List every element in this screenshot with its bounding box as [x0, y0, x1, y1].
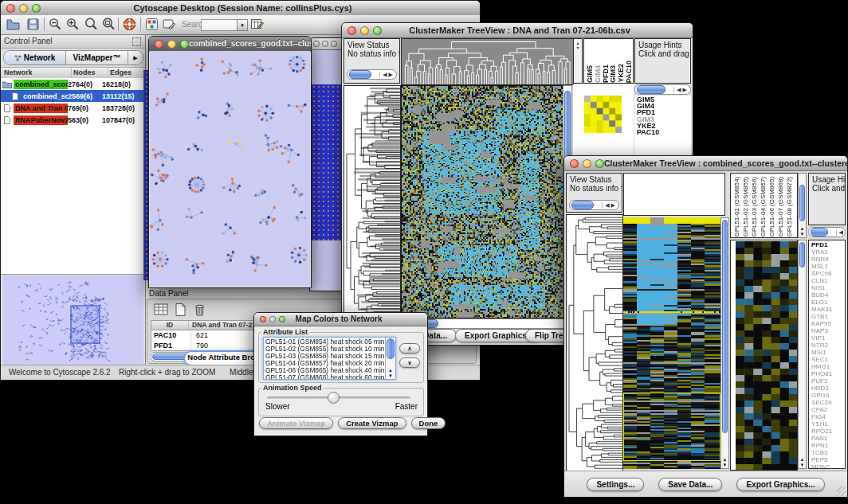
- zoom-fit-icon[interactable]: [102, 18, 116, 31]
- search-dropdown-arrow[interactable]: ▾: [237, 19, 248, 31]
- gene-label[interactable]: PAN1: [811, 435, 845, 442]
- new-page-icon[interactable]: [173, 303, 188, 317]
- minimize-button[interactable]: [19, 4, 28, 13]
- vizmapper-icon[interactable]: [145, 18, 159, 31]
- zoom-button[interactable]: [595, 159, 604, 168]
- column-label[interactable]: GPL51-06 (GSM865): [768, 177, 777, 237]
- gene-label[interactable]: MSL1: [811, 263, 845, 270]
- close-button[interactable]: [6, 4, 15, 13]
- column-label[interactable]: GPL51-07 (GSM868): [777, 177, 786, 237]
- gene-label[interactable]: CLN1: [811, 277, 845, 284]
- tab-network[interactable]: Network: [4, 51, 66, 64]
- treeview2-genelist-vscrollbar[interactable]: ▲▼: [798, 240, 807, 469]
- select-attributes-icon[interactable]: [154, 303, 169, 317]
- collabel-vscroll-thumb[interactable]: [799, 185, 805, 221]
- gene-label[interactable]: HMG1: [811, 363, 845, 370]
- gene-label[interactable]: VIP1: [811, 334, 845, 342]
- attribute-list-item[interactable]: GPL51-06 (GSM865) heat shock 40 min: [265, 367, 395, 374]
- zoom-out-icon[interactable]: [49, 18, 62, 31]
- column-label[interactable]: GPL51-08 (GSM872): [786, 177, 795, 237]
- treeview2-vscrollbar[interactable]: ▲▼: [720, 217, 729, 469]
- main-title-bar[interactable]: Cytoscape Desktop (Session Name: collins…: [1, 1, 480, 16]
- close-button[interactable]: [347, 26, 356, 35]
- attribute-list-item[interactable]: GPL51-04 (GSM857) heat shock 20 min: [265, 360, 395, 367]
- treeview1-row-dendrogram[interactable]: [344, 85, 401, 318]
- treeview1-cluster-matrix[interactable]: [584, 96, 622, 133]
- zoom-button[interactable]: [180, 40, 189, 49]
- zoom-button[interactable]: [331, 41, 337, 47]
- view-status-hscrollbar[interactable]: ◀▶: [347, 69, 397, 80]
- column-label[interactable]: GPL51-01 (GSM854): [733, 177, 742, 237]
- birdseye-view[interactable]: [2, 275, 143, 365]
- network-table-row[interactable]: combined_sco2569(6)13112(15): [1, 90, 145, 102]
- network-table-row[interactable]: DNA and Tran 07769(0)183728(0): [1, 102, 145, 114]
- minimize-button[interactable]: [269, 316, 276, 322]
- treeview2-vscroll-thumb[interactable]: [722, 220, 728, 433]
- minimize-button[interactable]: [360, 26, 369, 35]
- close-button[interactable]: [570, 159, 579, 168]
- close-button[interactable]: [260, 316, 266, 322]
- gene-label[interactable]: PFD1: [811, 241, 845, 248]
- zoom-button[interactable]: [32, 4, 41, 13]
- tab-vizmapper[interactable]: VizMapper™: [66, 51, 128, 64]
- gene-label[interactable]: BUD4: [811, 291, 845, 299]
- attribute-list-item[interactable]: GPL51-07 (GSM868) heat shock 60 min: [265, 374, 395, 380]
- float-panel-icon[interactable]: [132, 37, 141, 46]
- gene-label[interactable]: NIS1: [811, 284, 845, 291]
- attribute-list-vscrollbar[interactable]: ▲▼: [385, 338, 395, 379]
- treeview1-scroll-strip[interactable]: ▴▾: [573, 38, 583, 84]
- column-label[interactable]: GPL51-03 (GSM856): [751, 177, 760, 237]
- create-vizmapbutton[interactable]: Create Vizmap: [338, 417, 406, 429]
- dense-network-canvas[interactable]: [312, 84, 344, 240]
- treeview1-heatmap[interactable]: [401, 85, 564, 318]
- network-graph-canvas[interactable]: [150, 51, 310, 287]
- gene-label[interactable]: SEC1: [811, 356, 845, 363]
- column-label[interactable]: PAC10: [625, 61, 633, 83]
- gene-label[interactable]: NTR2: [811, 342, 845, 349]
- attribute-editor-icon[interactable]: [250, 18, 264, 31]
- gene-label[interactable]: SPC98: [811, 270, 845, 277]
- annotation-icon[interactable]: [162, 18, 175, 31]
- attribute-list-item[interactable]: GPL51-03 (GSM856) heat shock 15 min: [265, 353, 395, 360]
- close-button[interactable]: [313, 41, 320, 47]
- usage-hints-hscrollbar[interactable]: ◀▶: [634, 84, 691, 95]
- gene-label[interactable]: YSH1: [811, 420, 845, 428]
- column-label[interactable]: GPL51-02 (GSM855): [742, 177, 751, 237]
- gene-label[interactable]: PUF3: [811, 377, 845, 385]
- column-label[interactable]: GIM5: [586, 65, 594, 83]
- column-label[interactable]: PFD1: [602, 64, 610, 83]
- gene-label[interactable]: MSI1: [811, 349, 845, 356]
- speed-slider-thumb[interactable]: [328, 392, 340, 404]
- gene-label[interactable]: KAP95: [811, 320, 845, 327]
- column-label[interactable]: GIM4: [594, 65, 602, 83]
- minimize-button[interactable]: [322, 41, 328, 47]
- scroll-arrows[interactable]: ▲▼: [721, 457, 728, 468]
- network-table-row[interactable]: RNAPuberNov2+|563(0)107847(0): [1, 114, 145, 126]
- resize-grip[interactable]: [837, 486, 846, 496]
- gene-label[interactable]: GPI16: [811, 392, 845, 399]
- gene-label[interactable]: PEP5: [811, 456, 845, 463]
- gene-label[interactable]: RNR4: [811, 256, 845, 263]
- gene-label[interactable]: MAK31: [811, 306, 845, 313]
- scroll-arrows[interactable]: ▲▼: [799, 226, 806, 237]
- column-label[interactable]: GIM3: [609, 65, 617, 83]
- move-up-button[interactable]: ∧: [399, 343, 420, 354]
- zoom-button[interactable]: [373, 26, 382, 35]
- gene-label[interactable]: MON2: [811, 463, 845, 469]
- row-label[interactable]: PAC10: [637, 129, 691, 135]
- treeview1-title-bar[interactable]: ClusterMaker TreeView : DNA and Tran 07-…: [342, 23, 693, 38]
- move-down-button[interactable]: ∨: [399, 357, 420, 368]
- treeview2-row-dendrogram[interactable]: [566, 214, 623, 472]
- open-file-icon[interactable]: [6, 18, 20, 31]
- gene-label[interactable]: FIG4: [811, 413, 845, 420]
- minimize-button[interactable]: [583, 159, 591, 168]
- attribute-list-vscroll-thumb[interactable]: [387, 338, 395, 359]
- zoom-selected-icon[interactable]: [84, 18, 98, 31]
- settings-button[interactable]: Settings...: [587, 478, 644, 491]
- tabs-overflow-arrow[interactable]: ▶: [128, 51, 143, 64]
- gene-label[interactable]: RPN1: [811, 442, 845, 449]
- gene-label[interactable]: RPO21: [811, 428, 845, 435]
- dialog-title-bar[interactable]: Map Colors to Network: [254, 313, 427, 326]
- column-label[interactable]: YKE2: [617, 64, 625, 83]
- gene-label[interactable]: SEC24: [811, 399, 845, 406]
